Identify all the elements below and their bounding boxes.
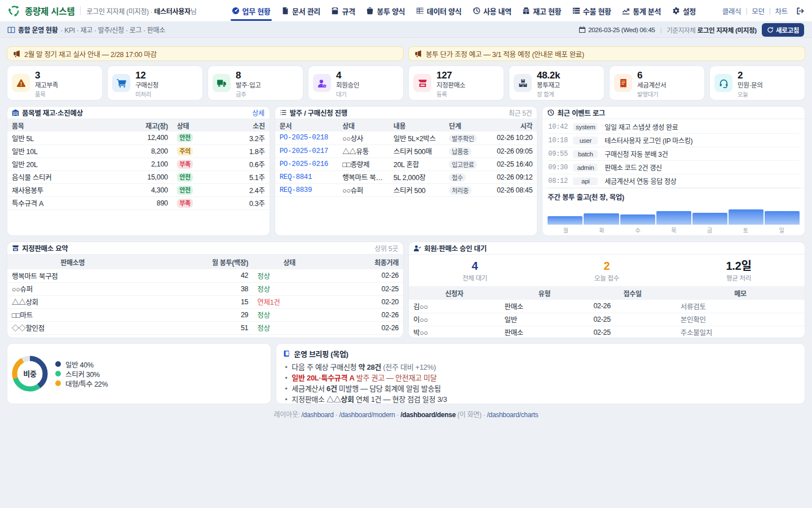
svg-text:비중: 비중 [23,370,37,378]
